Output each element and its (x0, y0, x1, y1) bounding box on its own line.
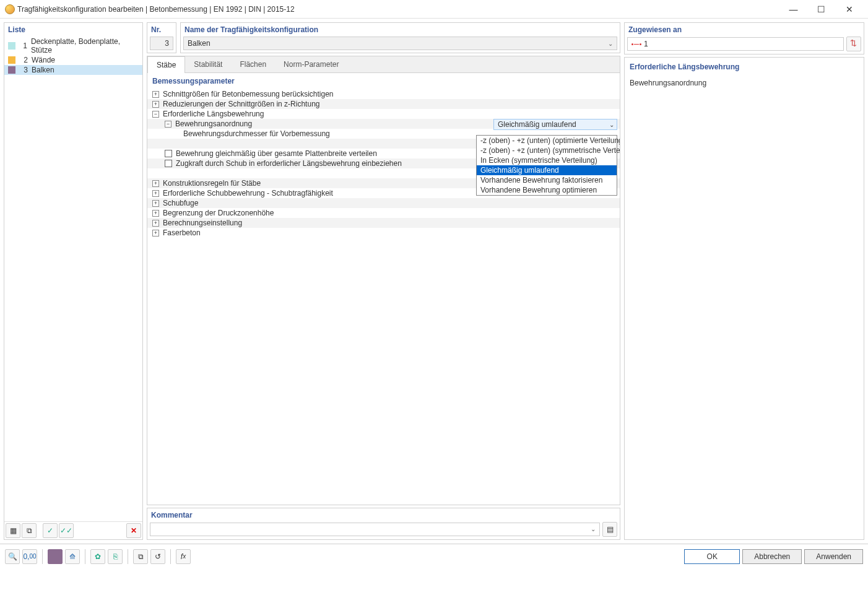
color-button[interactable] (48, 549, 63, 564)
check-all-button[interactable]: ✓✓ (59, 523, 74, 538)
top-fields: Nr. 3 Name der Tragfähigkeitskonfigurati… (147, 22, 620, 53)
cancel-button[interactable]: Abbrechen (742, 549, 802, 564)
window-buttons: — ☐ ✕ (779, 1, 863, 18)
tree-label: Konstruktionsregeln für Stäbe (163, 179, 261, 188)
expander-icon[interactable]: + (152, 200, 159, 207)
separator (42, 549, 43, 564)
dropdown-item[interactable]: In Ecken (symmetrische Verteilung) (477, 155, 617, 165)
tree-header: Bemessungsparameter (147, 73, 620, 89)
undo-button[interactable]: ↺ (150, 549, 165, 564)
units-button[interactable]: 0,00 (22, 549, 37, 564)
comment-library-button[interactable]: ▤ (602, 522, 617, 537)
name-input[interactable]: Balken ⌄ (183, 37, 617, 50)
check-button[interactable]: ✓ (43, 523, 58, 538)
expander-icon[interactable]: + (152, 101, 159, 108)
separator (170, 549, 171, 564)
tree-row[interactable]: +Schubfuge (147, 198, 620, 208)
tree-label: Faserbeton (163, 228, 201, 237)
dropdown-item[interactable]: -z (oben) - +z (unten) (optimierte Verte… (477, 136, 617, 145)
pick-member-button[interactable] (846, 37, 861, 51)
list-num: 2 (19, 56, 28, 64)
tree-label: Begrenzung der Druckzonenhöhe (163, 209, 274, 217)
list-item[interactable]: 1 Deckenplatte, Bodenplatte, Stütze (4, 37, 142, 55)
tree-label: Schubfuge (163, 199, 198, 207)
detail-subtitle: Bewehrungsanordnung (630, 79, 859, 87)
nr-label: Nr. (147, 23, 176, 37)
expander-icon[interactable]: + (152, 180, 159, 187)
structure-button[interactable]: ⟰ (65, 549, 80, 564)
tree-label: Berechnungseinstellung (163, 219, 242, 227)
duplicate-item-button[interactable]: ⧉ (22, 523, 37, 538)
apply-button[interactable]: Anwenden (804, 549, 863, 564)
dropdown-item[interactable]: -z (oben) - +z (unten) (symmetrische Ver… (477, 145, 617, 155)
right-panel: Zugewiesen an 1 Erforderliche Längsbeweh… (624, 22, 864, 540)
expander-icon[interactable]: + (152, 220, 159, 227)
tab-stäbe[interactable]: Stäbe (147, 56, 185, 73)
maximize-button[interactable]: ☐ (807, 1, 835, 18)
copy-button[interactable]: ⧉ (133, 549, 148, 564)
tab-flächen[interactable]: Flächen (231, 56, 275, 72)
tree-row[interactable]: +Faserbeton (147, 228, 620, 238)
tree-row[interactable]: +Berechnungseinstellung (147, 218, 620, 228)
name-label: Name der Tragfähigkeitskonfiguration (181, 23, 620, 37)
tab-norm-parameter[interactable]: Norm-Parameter (275, 56, 347, 72)
tree-area: Bemessungsparameter +Schnittgrößen für B… (147, 73, 620, 505)
tab-panel: StäbeStabilitätFlächenNorm-Parameter Bem… (147, 56, 620, 505)
tree-row[interactable]: −Erforderliche Längsbewehrung (147, 109, 620, 119)
list-panel: Liste 1 Deckenplatte, Bodenplatte, Stütz… (4, 22, 143, 540)
checkbox[interactable] (165, 160, 172, 167)
dropdown-item[interactable]: Vorhandene Bewehrung faktorisieren (477, 175, 617, 185)
color-swatch (8, 42, 15, 50)
list-item[interactable]: 2 Wände (4, 55, 142, 65)
expander-icon[interactable]: − (165, 121, 171, 128)
chevron-down-icon: ⌄ (591, 526, 596, 532)
tree-label: Zugkraft durch Schub in erforderlicher L… (176, 159, 402, 168)
assigned-input[interactable]: 1 (627, 37, 844, 51)
list-label: Deckenplatte, Bodenplatte, Stütze (31, 37, 139, 54)
list-num: 3 (19, 66, 28, 74)
ok-button[interactable]: OK (684, 549, 740, 564)
new-item-button[interactable]: ▦ (6, 523, 20, 538)
tree-label: Erforderliche Längsbewehrung (163, 110, 264, 118)
tree-label: Bewehrung gleichmäßig über gesamte Platt… (176, 149, 377, 158)
bottom-bar: 🔍 0,00 ⟰ ✿ ⎘ ⧉ ↺ fx OK Abbrechen Anwende… (0, 544, 868, 568)
tree-label: Bewehrungsanordnung (175, 119, 252, 128)
tool-2-button[interactable]: ⎘ (108, 549, 123, 564)
tree-row[interactable]: +Begrenzung der Druckzonenhöhe (147, 208, 620, 218)
color-swatch (8, 56, 15, 64)
tree-label: Reduzierungen der Schnittgrößen in z-Ric… (163, 100, 319, 108)
comment-input[interactable]: ⌄ (150, 523, 600, 536)
expander-icon[interactable]: + (152, 230, 159, 237)
dropdown-item[interactable]: Gleichmäßig umlaufend (477, 165, 617, 175)
chevron-down-icon: ⌄ (609, 121, 614, 128)
dropdown-item[interactable]: Vorhandene Bewehrung optimieren (477, 185, 617, 195)
search-button[interactable]: 🔍 (5, 549, 20, 564)
separator (128, 549, 128, 564)
name-group: Name der Tragfähigkeitskonfiguration Bal… (180, 22, 620, 53)
tree-row[interactable]: +Reduzierungen der Schnittgrößen in z-Ri… (147, 99, 620, 109)
dropdown-menu[interactable]: -z (oben) - +z (unten) (optimierte Verte… (476, 135, 617, 196)
member-icon (631, 43, 641, 45)
comment-group: Kommentar ⌄ ▤ (147, 508, 620, 540)
tab-stabilität[interactable]: Stabilität (185, 56, 231, 72)
center-panel: Nr. 3 Name der Tragfähigkeitskonfigurati… (147, 22, 620, 540)
list-item[interactable]: 3 Balken (4, 65, 142, 75)
close-button[interactable]: ✕ (835, 1, 863, 18)
tree-row[interactable]: +Schnittgrößen für Betonbemessung berück… (147, 89, 620, 99)
expander-icon[interactable]: + (152, 210, 159, 217)
minimize-button[interactable]: — (779, 1, 807, 18)
expander-icon[interactable]: + (152, 91, 159, 98)
checkbox[interactable] (165, 150, 172, 157)
delete-button[interactable]: ✕ (126, 523, 141, 538)
list-header: Liste (4, 23, 142, 37)
tree-row[interactable]: −BewehrungsanordnungGleichmäßig umlaufen… (147, 119, 620, 129)
function-button[interactable]: fx (176, 549, 191, 564)
detail-panel: Erforderliche Längsbewehrung Bewehrungsa… (624, 57, 864, 540)
tree-label: Bewehrungsdurchmesser für Vorbemessung (183, 129, 330, 138)
expander-icon[interactable]: + (152, 190, 159, 197)
list-items: 1 Deckenplatte, Bodenplatte, Stütze 2 Wä… (4, 37, 142, 521)
tabs: StäbeStabilitätFlächenNorm-Parameter (147, 56, 620, 73)
nr-input[interactable]: 3 (150, 37, 173, 50)
expander-icon[interactable]: − (152, 111, 159, 118)
tool-1-button[interactable]: ✿ (90, 549, 105, 564)
